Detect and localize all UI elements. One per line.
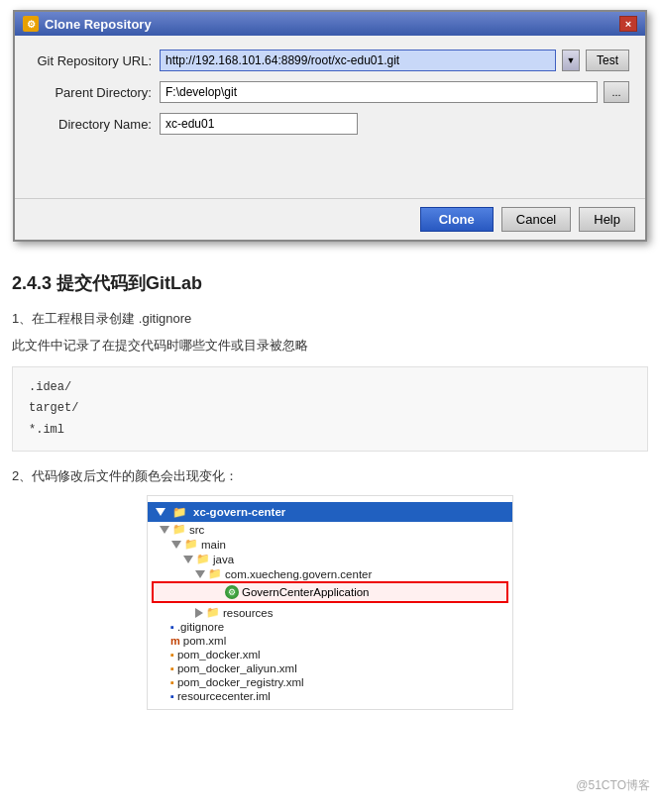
tree-row-gitignore: ▪ .gitignore — [148, 620, 512, 634]
label-pom-docker: pom_docker.xml — [177, 649, 261, 660]
root-label: xc-govern-center — [193, 506, 285, 518]
git-repo-url-input[interactable] — [160, 50, 556, 71]
clone-button[interactable]: Clone — [420, 207, 494, 232]
code-line-1: .idea/ — [29, 377, 631, 399]
clone-repository-dialog: ⚙ Clone Repository × Git Repository URL:… — [13, 10, 647, 242]
dir-name-row: Directory Name: — [31, 113, 629, 135]
dialog-title: Clone Repository — [45, 17, 152, 32]
tree-row-resources: 📁 resources — [148, 605, 512, 620]
gitignore-icon: ▪ — [170, 621, 174, 633]
filetree-box: 📁 xc-govern-center 📁 src 📁 main 📁 java — [147, 495, 513, 710]
label-src: src — [189, 524, 204, 536]
tree-row-pom: m pom.xml — [148, 634, 512, 648]
step1-sub: 此文件中记录了在提交代码时哪些文件或目录被忽略 — [12, 336, 648, 356]
tree-row-main: 📁 main — [148, 537, 512, 552]
dialog-close-button[interactable]: × — [619, 16, 637, 32]
label-package: com.xuecheng.govern.center — [225, 568, 372, 580]
parent-dir-input[interactable] — [160, 81, 598, 103]
tree-row-java: 📁 java — [148, 552, 512, 566]
test-button[interactable]: Test — [586, 50, 629, 71]
code-line-3: *.iml — [29, 420, 631, 442]
root-expand-icon — [156, 508, 165, 516]
browse-button[interactable]: ... — [604, 81, 629, 103]
filetree-container: 📁 xc-govern-center 📁 src 📁 main 📁 java — [12, 495, 648, 710]
step1-text: 1、在工程根目录创建 .gitignore — [12, 309, 648, 330]
code-block: .idea/ target/ *.iml — [12, 366, 648, 453]
git-repo-url-group: ▼ Test — [160, 50, 629, 71]
label-gitignore: .gitignore — [177, 621, 224, 633]
cancel-button[interactable]: Cancel — [501, 207, 571, 232]
label-iml: resourcecenter.iml — [177, 690, 271, 702]
pom-docker-icon: ▪ — [170, 649, 174, 660]
tree-row-src: 📁 src — [148, 522, 512, 537]
app-icon: ⚙ — [225, 585, 239, 599]
code-line-2: target/ — [29, 398, 631, 420]
step2-text: 2、代码修改后文件的颜色会出现变化： — [12, 467, 648, 485]
tree-row-iml: ▪ resourcecenter.iml — [148, 689, 512, 703]
dir-name-group — [160, 113, 629, 135]
folder-icon-resources: 📁 — [206, 606, 220, 619]
label-application: GovernCenterApplication — [242, 586, 370, 598]
help-button[interactable]: Help — [579, 207, 635, 232]
folder-icon-java: 📁 — [196, 553, 210, 565]
tree-row-pom-docker: ▪ pom_docker.xml — [148, 648, 512, 661]
label-pom-aliyun: pom_docker_aliyun.xml — [177, 662, 297, 674]
folder-icon-src: 📁 — [172, 523, 186, 536]
watermark: @51CTO博客 — [576, 777, 650, 794]
tree-row-package: 📁 com.xuecheng.govern.center — [148, 566, 512, 581]
titlebar-left: ⚙ Clone Repository — [23, 16, 152, 32]
dialog-titlebar: ⚙ Clone Repository × — [15, 12, 645, 36]
dialog-icon: ⚙ — [23, 16, 39, 32]
java-expand-icon — [183, 556, 193, 563]
parent-dir-group: ... — [160, 81, 629, 103]
dir-name-input[interactable] — [160, 113, 358, 135]
folder-icon-root: 📁 — [172, 505, 186, 519]
pom-registry-icon: ▪ — [170, 676, 174, 688]
src-expand-icon — [160, 526, 169, 534]
pom-aliyun-icon: ▪ — [170, 662, 174, 674]
label-pom: pom.xml — [183, 635, 226, 647]
git-repo-url-row: Git Repository URL: ▼ Test — [31, 50, 629, 71]
parent-dir-row: Parent Directory: ... — [31, 81, 629, 103]
tree-row-pom-aliyun: ▪ pom_docker_aliyun.xml — [148, 661, 512, 675]
git-repo-url-dropdown[interactable]: ▼ — [562, 50, 580, 71]
parent-dir-label: Parent Directory: — [31, 85, 160, 100]
folder-icon-package: 📁 — [208, 567, 222, 580]
label-main: main — [201, 539, 226, 551]
tree-row-application: ⚙ GovernCenterApplication — [152, 581, 508, 603]
tree-root-row: 📁 xc-govern-center — [148, 502, 512, 522]
package-expand-icon — [195, 570, 205, 578]
label-resources: resources — [223, 607, 274, 619]
folder-icon-main: 📁 — [184, 538, 198, 551]
git-repo-url-label: Git Repository URL: — [31, 53, 160, 68]
label-java: java — [213, 554, 234, 565]
article-body: 2.4.3 提交代码到GitLab 1、在工程根目录创建 .gitignore … — [0, 252, 660, 779]
dialog-footer: Clone Cancel Help — [15, 198, 645, 240]
iml-icon: ▪ — [170, 690, 174, 702]
tree-row-pom-registry: ▪ pom_docker_registry.xml — [148, 675, 512, 689]
main-expand-icon — [171, 541, 181, 549]
resources-expand-icon — [195, 608, 203, 618]
pom-icon: m — [170, 635, 180, 647]
dir-name-label: Directory Name: — [31, 117, 160, 132]
dialog-body: Git Repository URL: ▼ Test Parent Direct… — [15, 36, 645, 198]
section-title: 2.4.3 提交代码到GitLab — [12, 271, 648, 295]
label-pom-registry: pom_docker_registry.xml — [177, 676, 304, 688]
